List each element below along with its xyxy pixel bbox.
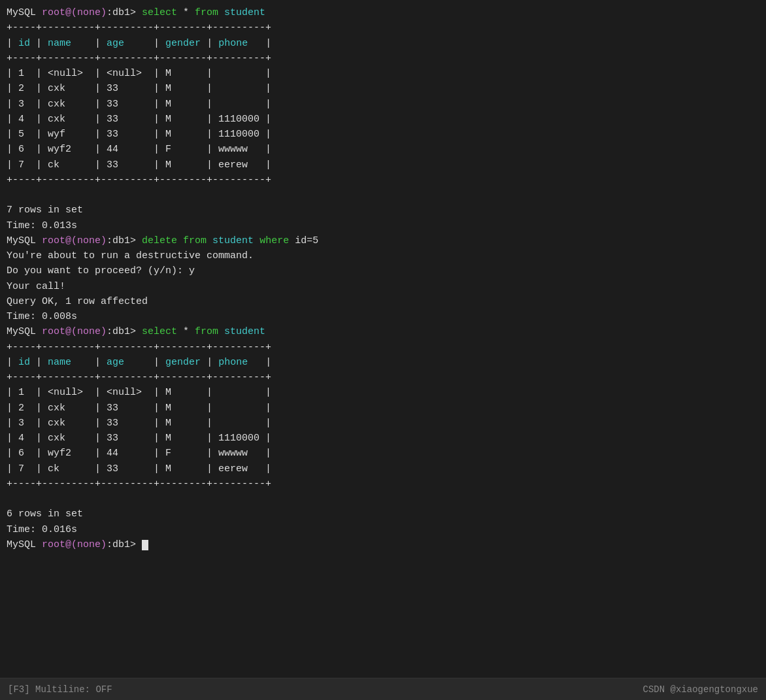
table1-row-7: | 7 | ck | 33 | M | eerew | [7,158,759,173]
table2-row-7: | 7 | ck | 33 | M | eerew | [7,461,759,476]
table2-bottom-border: +----+---------+---------+--------+-----… [7,476,759,492]
table2-row-3: | 3 | cxk | 33 | M | | [7,416,759,431]
your-call: Your call! [7,279,759,294]
table2-row-4: | 4 | cxk | 33 | M | 1110000 | [7,431,759,446]
table2-row-6: | 6 | wyf2 | 44 | F | wwwww | [7,446,759,461]
rowcount-1: 7 rows in set [7,203,759,218]
blank-2 [7,492,759,507]
statusbar-right: CSDN @xiaogengtongxue [643,684,758,695]
cmd-line-4: MySQL root@(none):db1> [7,537,759,552]
warning-line-1: You're about to run a destructive comman… [7,248,759,263]
time-3: Time: 0.016s [7,522,759,537]
table1-bottom-border: +----+---------+---------+--------+-----… [7,173,759,188]
table1-row-6: | 6 | wyf2 | 44 | F | wwwww | [7,142,759,157]
table2-top-border: +----+---------+---------+--------+-----… [7,340,759,355]
query-ok: Query OK, 1 row affected [7,294,759,309]
table2-header: | id | name | age | gender | phone | [7,355,759,370]
table1-top-border: +----+---------+---------+--------+-----… [7,20,759,35]
terminal[interactable]: MySQL root@(none):db1> select * from stu… [0,0,766,678]
table1-row-4: | 4 | cxk | 33 | M | 1110000 | [7,112,759,127]
warning-line-2: Do you want to proceed? (y/n): y [7,263,759,278]
rowcount-2: 6 rows in set [7,507,759,522]
table1-header-border: +----+---------+---------+--------+-----… [7,51,759,66]
table1-header: | id | name | age | gender | phone | [7,36,759,51]
table1-row-3: | 3 | cxk | 33 | M | | [7,97,759,112]
table1-row-2: | 2 | cxk | 33 | M | | [7,81,759,96]
blank-1 [7,188,759,203]
cmd-line-3: MySQL root@(none):db1> select * from stu… [7,324,759,339]
terminal-cursor [142,540,148,550]
table1-row-5: | 5 | wyf | 33 | M | 1110000 | [7,127,759,142]
table2-row-1: | 1 | <null> | <null> | M | | [7,385,759,400]
table2-row-2: | 2 | cxk | 33 | M | | [7,401,759,416]
cmd-line-2: MySQL root@(none):db1> delete from stude… [7,233,759,248]
statusbar: [F3] Multiline: OFF CSDN @xiaogengtongxu… [0,678,766,700]
table1-row-1: | 1 | <null> | <null> | M | | [7,66,759,81]
cmd-line-1: MySQL root@(none):db1> select * from stu… [7,5,759,20]
time-2: Time: 0.008s [7,309,759,324]
statusbar-left: [F3] Multiline: OFF [8,684,112,695]
time-1: Time: 0.013s [7,218,759,233]
table2-header-border: +----+---------+---------+--------+-----… [7,370,759,385]
